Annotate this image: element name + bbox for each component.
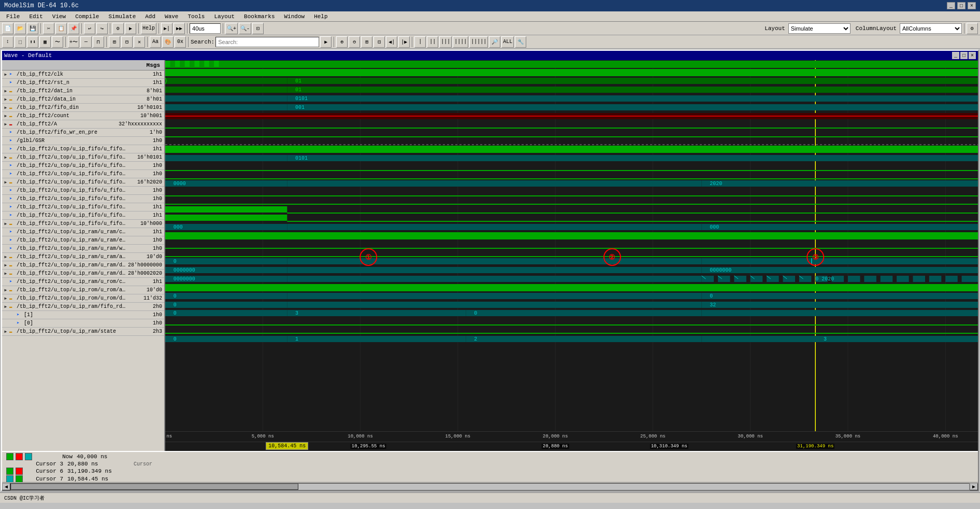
signal-row[interactable]: ➤/tb_ip_fft2/u_top/u_ip_fifo/u_fifo/almo… (2, 195, 164, 203)
expand-button[interactable]: ▶ (3, 263, 8, 268)
hscroll-thumb[interactable] (11, 484, 298, 490)
cursor-button[interactable]: ↕ (2, 36, 13, 48)
format-button[interactable]: Aa (150, 36, 161, 48)
expand-button[interactable]: ▶ (3, 254, 8, 260)
signal-row[interactable]: ▶▬/tb_ip_fft2/u_top/u_ip_fifo/u_fifo/dou… (2, 178, 164, 187)
zoom-out-button[interactable]: 🔍- (239, 23, 251, 34)
open-button[interactable]: 📂 (15, 23, 26, 34)
signal-row[interactable]: ▶▬/tb_ip_fft2/u_top/u_ip_ram/state2h3 (2, 328, 164, 336)
expand-button[interactable]: ⊞ (109, 36, 120, 48)
copy-button[interactable]: 📋 (55, 23, 67, 34)
menu-edit[interactable]: Edit (25, 12, 47, 21)
marker1-button[interactable]: | (414, 36, 426, 48)
menu-compile[interactable]: Compile (71, 12, 103, 21)
menu-file[interactable]: File (2, 12, 24, 21)
signal-row[interactable]: ➤/tb_ip_fft2/u_top/u_ip_fifo/u_fifo/clk1… (2, 145, 164, 153)
zoom-full-button[interactable]: ⊞ (361, 36, 372, 48)
signal-row[interactable]: ▶▬/tb_ip_fft2/dat_in8'h01 (2, 87, 164, 95)
marker5-button[interactable]: ||||| (469, 36, 488, 48)
signal-row[interactable]: ➤/tb_ip_fft2/u_top/u_ip_fifo/u_fifo/almo… (2, 211, 164, 220)
signal-row[interactable]: ▶▬/tb_ip_fft2/u_top/u_ip_rom/u_rom/addra… (2, 286, 164, 294)
signal-row[interactable]: ▶▬/tb_ip_fft2/fifo_din16'h0101 (2, 104, 164, 112)
marker2-button[interactable]: || (427, 36, 438, 48)
expand-button[interactable]: ▶ (3, 97, 8, 102)
menu-layout[interactable]: Layout (210, 12, 239, 21)
window-controls[interactable]: _ □ × (947, 2, 976, 9)
signal-row[interactable]: ▶➤/tb_ip_fft2/clk1h1 (2, 70, 164, 79)
expand-button[interactable]: ▶ (3, 296, 8, 301)
signal-row[interactable]: ▶▬/tb_ip_fft2/u_top/u_ip_ram/u_ram/douta… (2, 270, 164, 278)
radix-button[interactable]: 0x (175, 36, 186, 48)
zoom-sel-button[interactable]: ⊡ (373, 36, 385, 48)
marker4-button[interactable]: |||| (453, 36, 468, 48)
wave-minimize[interactable]: _ (952, 52, 959, 59)
help-button[interactable]: Help (141, 23, 156, 34)
signal-row[interactable]: ➤/tb_ip_fft2/u_top/u_ip_fifo/u_fifo/rd_e… (2, 170, 164, 178)
menu-help[interactable]: Help (310, 12, 332, 21)
wave-close[interactable]: × (969, 52, 976, 59)
find-button[interactable]: 🔎 (489, 36, 500, 48)
menu-window[interactable]: Window (280, 12, 309, 21)
step-button[interactable]: ▶| (161, 23, 172, 34)
run-all-button[interactable]: ▶▶ (174, 23, 185, 34)
menu-bookmarks[interactable]: Bookmarks (240, 12, 279, 21)
expand-button[interactable]: ▶ (3, 89, 8, 94)
menu-view[interactable]: View (48, 12, 70, 21)
add-wave-button[interactable]: +〜 (68, 36, 79, 48)
signal-row[interactable]: ▶▬/tb_ip_fft2/u_top/u_ip_ram/u_ram/dina2… (2, 261, 164, 270)
new-button[interactable]: 📄 (2, 23, 13, 34)
expand-button[interactable]: ▶ (3, 329, 8, 334)
color-button[interactable]: 🎨 (162, 36, 174, 48)
waveform-canvas[interactable]: 01 01 0101 001 (165, 60, 978, 431)
expand-button[interactable]: ▶ (3, 155, 8, 160)
simulate-button[interactable]: ▶ (125, 23, 136, 34)
delete-button[interactable]: ✕ (134, 36, 145, 48)
compile-button[interactable]: ⚙ (112, 23, 124, 34)
marker3-button[interactable]: ||| (439, 36, 452, 48)
expand-button[interactable]: ▶ (3, 288, 8, 293)
move-button[interactable]: ⬆⬇ (27, 36, 38, 48)
signal-row[interactable]: ➤[0]1h0 (2, 319, 164, 328)
signal-row[interactable]: ➤/tb_ip_fft2/rst_n1h1 (2, 79, 164, 87)
prev-edge-button[interactable]: ◀| (386, 36, 397, 48)
group-button[interactable]: ▦ (39, 36, 51, 48)
menu-wave[interactable]: Wave (161, 12, 182, 21)
zoom-in-wave-button[interactable]: ⊕ (336, 36, 348, 48)
expand-button[interactable]: ▶ (3, 180, 8, 185)
zoom-fit-button[interactable]: ⊡ (252, 23, 264, 34)
menu-tools[interactable]: Tools (183, 12, 209, 21)
signal-row[interactable]: ▶▬/tb_ip_fft2/u_top/u_ip_fifo/u_fifo/dat… (2, 220, 164, 228)
cut-button[interactable]: ✂ (43, 23, 54, 34)
signal-row[interactable]: ▶▬/tb_ip_fft2/count10'h001 (2, 112, 164, 120)
signal-row[interactable]: ▶▬/tb_ip_fft2/A32'hxxxxxxxxxx (2, 120, 164, 129)
scroll-left-button[interactable]: ◀ (2, 483, 10, 490)
signal-row[interactable]: ▶▬/tb_ip_fft2/u_top/u_ip_rom/u_rom/douta… (2, 294, 164, 303)
menu-add[interactable]: Add (141, 12, 160, 21)
add-divider-button[interactable]: — (80, 36, 92, 48)
paste-button[interactable]: 📌 (68, 23, 79, 34)
redo-button[interactable]: ↪ (96, 23, 108, 34)
signal-row[interactable]: ➤/tb_ip_fft2/u_top/u_ip_fifo/u_fifo/empt… (2, 203, 164, 211)
signal-row[interactable]: ➤/tb_ip_fft2/fifo_wr_en_pre1'h0 (2, 129, 164, 137)
signal-row[interactable]: ▶▬/tb_ip_fft2/u_top/u_ip_fifo/u_fifo/din… (2, 153, 164, 162)
signal-row[interactable]: ➤/tb_ip_fft2/u_top/u_ip_fifo/u_fifo/wr_e… (2, 162, 164, 170)
signal-row[interactable]: ➤/tb_ip_fft2/u_top/u_ip_ram/u_ram/ena1h0 (2, 236, 164, 245)
search-input[interactable] (215, 37, 319, 47)
signal-row[interactable]: ➤/tb_ip_fft2/u_top/u_ip_ram/u_ram/clka1h… (2, 228, 164, 236)
next-edge-button[interactable]: |▶ (398, 36, 410, 48)
layout-select[interactable]: Simulate (788, 23, 851, 34)
options-button[interactable]: ⚙ (967, 23, 978, 34)
hscrollbar[interactable]: ◀ ▶ (2, 482, 978, 490)
zoom-in-button[interactable]: 🔍+ (225, 23, 238, 34)
signal-row[interactable]: ➤/tb_ip_fft2/u_top/u_ip_ram/u_ram/wea1h0 (2, 245, 164, 253)
search-go-button[interactable]: ▶ (320, 36, 332, 48)
wave-maximize[interactable]: □ (960, 52, 968, 59)
minimize-button[interactable]: _ (947, 2, 955, 9)
signal-row[interactable]: ▶▬/tb_ip_fft2/u_top/u_ip_ram/u_ram/addra… (2, 253, 164, 261)
expand-button[interactable]: ▶ (3, 114, 8, 119)
menu-simulate[interactable]: Simulate (104, 12, 140, 21)
all-button[interactable]: ALL (501, 36, 514, 48)
hscroll-track[interactable] (10, 483, 970, 490)
maximize-button[interactable]: □ (957, 2, 965, 9)
signal-row[interactable]: ➤/tb_ip_fft2/u_top/u_ip_fifo/u_fifo/full… (2, 187, 164, 195)
